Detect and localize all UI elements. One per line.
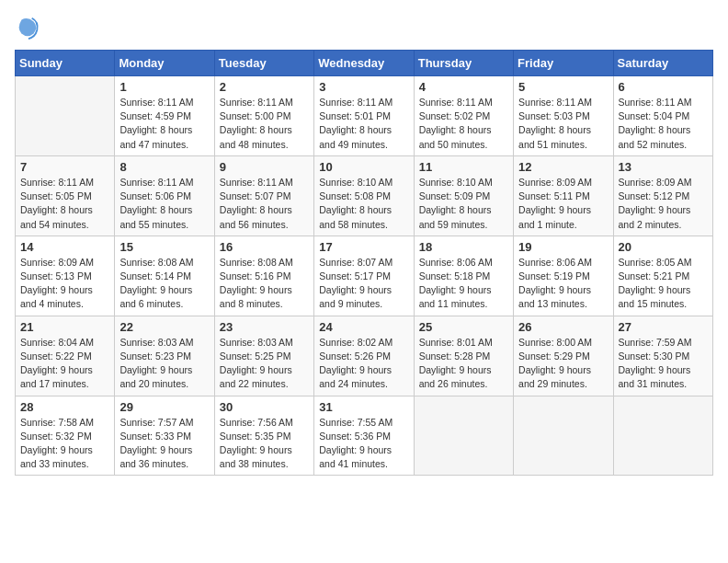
weekday-header-wednesday: Wednesday (314, 51, 414, 76)
calendar-cell: 3Sunrise: 8:11 AMSunset: 5:01 PMDaylight… (314, 76, 414, 156)
calendar-table: SundayMondayTuesdayWednesdayThursdayFrid… (15, 50, 713, 476)
day-number: 18 (419, 240, 508, 254)
calendar-cell: 5Sunrise: 8:11 AMSunset: 5:03 PMDaylight… (514, 76, 613, 156)
day-info: Sunrise: 8:11 AMSunset: 5:01 PMDaylight:… (319, 96, 408, 152)
day-number: 15 (119, 240, 209, 254)
day-info: Sunrise: 7:56 AMSunset: 5:35 PMDaylight:… (220, 416, 309, 472)
day-info: Sunrise: 8:07 AMSunset: 5:17 PMDaylight:… (319, 256, 408, 312)
day-info: Sunrise: 8:08 AMSunset: 5:16 PMDaylight:… (220, 256, 309, 312)
day-number: 8 (119, 160, 209, 174)
day-number: 14 (20, 240, 109, 254)
calendar-cell: 23Sunrise: 8:03 AMSunset: 5:25 PMDayligh… (214, 316, 313, 396)
calendar-cell: 17Sunrise: 8:07 AMSunset: 5:17 PMDayligh… (314, 236, 414, 316)
day-number: 3 (319, 80, 408, 94)
weekday-header-tuesday: Tuesday (214, 51, 313, 76)
calendar-cell: 15Sunrise: 8:08 AMSunset: 5:14 PMDayligh… (115, 236, 214, 316)
day-number: 21 (20, 320, 109, 334)
day-info: Sunrise: 8:00 AMSunset: 5:29 PMDaylight:… (518, 336, 608, 392)
day-info: Sunrise: 8:05 AMSunset: 5:21 PMDaylight:… (619, 256, 708, 312)
week-row-3: 14Sunrise: 8:09 AMSunset: 5:13 PMDayligh… (16, 236, 713, 316)
calendar-cell: 19Sunrise: 8:06 AMSunset: 5:19 PMDayligh… (514, 236, 613, 316)
day-number: 16 (220, 240, 309, 254)
day-info: Sunrise: 8:03 AMSunset: 5:23 PMDaylight:… (119, 336, 209, 392)
header (15, 15, 713, 40)
calendar-cell (414, 396, 513, 476)
day-number: 10 (319, 160, 408, 174)
day-number: 13 (619, 160, 708, 174)
week-row-4: 21Sunrise: 8:04 AMSunset: 5:22 PMDayligh… (16, 316, 713, 396)
day-number: 24 (319, 320, 408, 334)
calendar-cell: 22Sunrise: 8:03 AMSunset: 5:23 PMDayligh… (115, 316, 214, 396)
logo (15, 15, 44, 40)
calendar-cell (613, 396, 712, 476)
day-info: Sunrise: 8:11 AMSunset: 5:06 PMDaylight:… (119, 176, 209, 232)
day-info: Sunrise: 7:58 AMSunset: 5:32 PMDaylight:… (20, 416, 109, 472)
day-info: Sunrise: 8:11 AMSunset: 5:07 PMDaylight:… (220, 176, 309, 232)
calendar-cell: 7Sunrise: 8:11 AMSunset: 5:05 PMDaylight… (16, 155, 115, 236)
day-info: Sunrise: 8:09 AMSunset: 5:11 PMDaylight:… (518, 176, 608, 232)
weekday-header-saturday: Saturday (613, 51, 712, 76)
day-info: Sunrise: 8:11 AMSunset: 4:59 PMDaylight:… (119, 96, 209, 152)
day-info: Sunrise: 8:03 AMSunset: 5:25 PMDaylight:… (220, 336, 309, 392)
calendar-cell: 13Sunrise: 8:09 AMSunset: 5:12 PMDayligh… (613, 155, 712, 236)
day-info: Sunrise: 8:08 AMSunset: 5:14 PMDaylight:… (119, 256, 209, 312)
weekday-header-sunday: Sunday (16, 51, 115, 76)
calendar-cell: 24Sunrise: 8:02 AMSunset: 5:26 PMDayligh… (314, 316, 414, 396)
calendar-cell: 11Sunrise: 8:10 AMSunset: 5:09 PMDayligh… (414, 155, 513, 236)
day-info: Sunrise: 8:11 AMSunset: 5:05 PMDaylight:… (20, 176, 109, 232)
day-number: 26 (518, 320, 608, 334)
day-info: Sunrise: 8:09 AMSunset: 5:13 PMDaylight:… (20, 256, 109, 312)
day-number: 17 (319, 240, 408, 254)
calendar-cell: 10Sunrise: 8:10 AMSunset: 5:08 PMDayligh… (314, 155, 414, 236)
day-info: Sunrise: 8:11 AMSunset: 5:03 PMDaylight:… (518, 96, 608, 152)
calendar-cell: 14Sunrise: 8:09 AMSunset: 5:13 PMDayligh… (16, 236, 115, 316)
calendar-cell: 2Sunrise: 8:11 AMSunset: 5:00 PMDaylight… (214, 76, 313, 156)
day-info: Sunrise: 8:06 AMSunset: 5:19 PMDaylight:… (518, 256, 608, 312)
calendar-cell: 25Sunrise: 8:01 AMSunset: 5:28 PMDayligh… (414, 316, 513, 396)
day-number: 7 (20, 160, 109, 174)
day-number: 20 (619, 240, 708, 254)
calendar-cell: 29Sunrise: 7:57 AMSunset: 5:33 PMDayligh… (115, 396, 214, 476)
calendar-cell: 9Sunrise: 8:11 AMSunset: 5:07 PMDaylight… (214, 155, 313, 236)
day-info: Sunrise: 7:55 AMSunset: 5:36 PMDaylight:… (319, 416, 408, 472)
weekday-header-friday: Friday (514, 51, 613, 76)
calendar-cell: 4Sunrise: 8:11 AMSunset: 5:02 PMDaylight… (414, 76, 513, 156)
week-row-1: 1Sunrise: 8:11 AMSunset: 4:59 PMDaylight… (16, 76, 713, 156)
calendar-cell (16, 76, 115, 156)
day-info: Sunrise: 7:59 AMSunset: 5:30 PMDaylight:… (619, 336, 708, 392)
day-number: 27 (619, 320, 708, 334)
day-number: 1 (119, 80, 209, 94)
calendar-cell: 6Sunrise: 8:11 AMSunset: 5:04 PMDaylight… (613, 76, 712, 156)
calendar-cell: 27Sunrise: 7:59 AMSunset: 5:30 PMDayligh… (613, 316, 712, 396)
weekday-header-thursday: Thursday (414, 51, 513, 76)
calendar-cell: 26Sunrise: 8:00 AMSunset: 5:29 PMDayligh… (514, 316, 613, 396)
day-info: Sunrise: 8:11 AMSunset: 5:00 PMDaylight:… (220, 96, 309, 152)
day-number: 30 (220, 400, 309, 414)
day-info: Sunrise: 8:01 AMSunset: 5:28 PMDaylight:… (419, 336, 508, 392)
calendar-cell: 12Sunrise: 8:09 AMSunset: 5:11 PMDayligh… (514, 155, 613, 236)
weekday-header-row: SundayMondayTuesdayWednesdayThursdayFrid… (16, 51, 713, 76)
day-number: 25 (419, 320, 508, 334)
day-number: 9 (220, 160, 309, 174)
calendar-cell (514, 396, 613, 476)
weekday-header-monday: Monday (115, 51, 214, 76)
day-info: Sunrise: 7:57 AMSunset: 5:33 PMDaylight:… (119, 416, 209, 472)
day-info: Sunrise: 8:04 AMSunset: 5:22 PMDaylight:… (20, 336, 109, 392)
day-info: Sunrise: 8:10 AMSunset: 5:09 PMDaylight:… (419, 176, 508, 232)
calendar-cell: 18Sunrise: 8:06 AMSunset: 5:18 PMDayligh… (414, 236, 513, 316)
day-info: Sunrise: 8:06 AMSunset: 5:18 PMDaylight:… (419, 256, 508, 312)
day-number: 6 (619, 80, 708, 94)
day-number: 2 (220, 80, 309, 94)
day-number: 22 (119, 320, 209, 334)
calendar-cell: 31Sunrise: 7:55 AMSunset: 5:36 PMDayligh… (314, 396, 414, 476)
day-number: 23 (220, 320, 309, 334)
day-info: Sunrise: 8:11 AMSunset: 5:02 PMDaylight:… (419, 96, 508, 152)
day-number: 28 (20, 400, 109, 414)
calendar-cell: 1Sunrise: 8:11 AMSunset: 4:59 PMDaylight… (115, 76, 214, 156)
day-number: 5 (518, 80, 608, 94)
calendar-cell: 21Sunrise: 8:04 AMSunset: 5:22 PMDayligh… (16, 316, 115, 396)
day-info: Sunrise: 8:11 AMSunset: 5:04 PMDaylight:… (619, 96, 708, 152)
calendar-cell: 8Sunrise: 8:11 AMSunset: 5:06 PMDaylight… (115, 155, 214, 236)
day-number: 19 (518, 240, 608, 254)
calendar-cell: 30Sunrise: 7:56 AMSunset: 5:35 PMDayligh… (214, 396, 313, 476)
